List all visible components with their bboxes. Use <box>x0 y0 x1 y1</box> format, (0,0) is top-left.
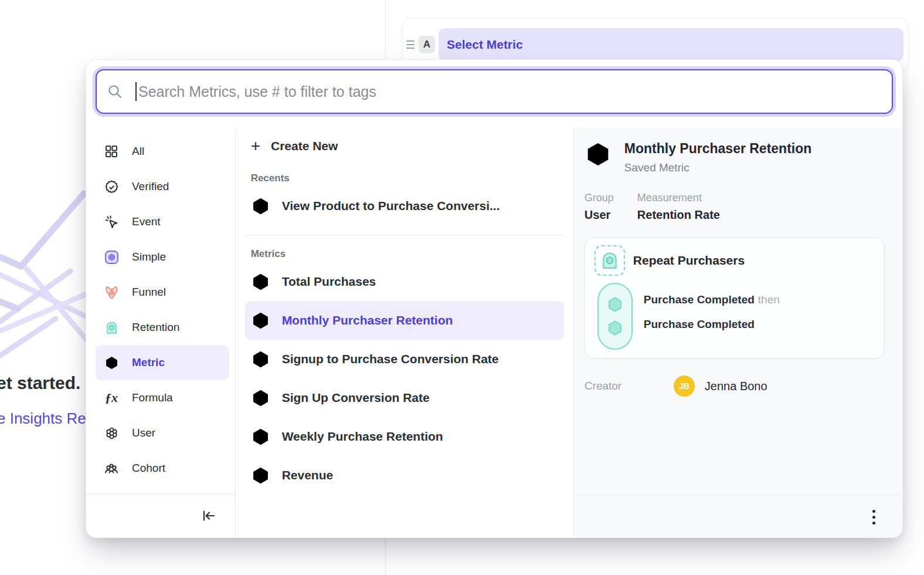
definition-step-1: Purchase Completed <box>644 293 755 306</box>
metrics-section-label: Metrics <box>251 248 564 260</box>
definition-name: Repeat Purchasers <box>633 253 745 268</box>
retention-arch-icon <box>104 320 119 335</box>
simple-metric-icon <box>251 272 270 292</box>
list-item-label: Signup to Purchase Conversion Rate <box>282 352 499 366</box>
list-item-label: Monthly Purchaser Retention <box>282 313 453 327</box>
search-input[interactable] <box>138 83 881 100</box>
sidebar-item-label: User <box>132 427 155 439</box>
background-headline-fragment: et started. <box>0 373 80 393</box>
list-item-metric-5[interactable]: Revenue <box>245 456 564 495</box>
sidebar-item-label: Simple <box>132 251 166 263</box>
creator-label: Creator <box>585 380 674 393</box>
metric-hexagon-icon <box>104 355 119 370</box>
sidebar-item-label: Funnel <box>132 286 166 299</box>
group-label: Group <box>585 192 637 204</box>
definition-card: Repeat Purchasers <box>585 237 885 359</box>
sidebar-item-label: Metric <box>132 356 165 369</box>
funnel-metric-icon <box>251 197 270 216</box>
list-item-metric-3[interactable]: Sign Up Conversion Rate <box>245 378 564 417</box>
sidebar-item-label: Event <box>132 215 161 228</box>
user-cluster-icon <box>104 425 119 441</box>
sidebar-item-formula[interactable]: ƒx Formula <box>96 380 229 415</box>
sidebar-item-cohort[interactable]: Cohort <box>96 451 229 486</box>
saved-metric-icon <box>585 141 612 168</box>
select-metric-label: Select Metric <box>447 38 523 52</box>
event-hexagon-icon <box>606 296 624 313</box>
sidebar-item-metric[interactable]: Metric <box>96 345 229 380</box>
behavior-icon <box>595 245 625 276</box>
chart-decoration-lines <box>0 176 89 364</box>
measurement-label: Measurement <box>637 192 720 204</box>
verified-badge-icon <box>104 179 119 194</box>
type-filter-sidebar: All Verified <box>86 128 236 538</box>
metric-list-column: + Create New Recents View Product to Pur… <box>236 128 574 538</box>
sidebar-footer <box>86 493 235 538</box>
text-caret <box>135 82 137 101</box>
plus-icon: + <box>251 138 260 154</box>
funnel-metric-icon <box>251 350 270 369</box>
list-item-label: Weekly Purchase Retention <box>282 429 443 444</box>
popover-content: All Verified <box>86 128 902 538</box>
list-item-label: Sign Up Conversion Rate <box>282 391 430 405</box>
grid-icon <box>104 144 119 159</box>
sidebar-item-label: Cohort <box>132 462 165 475</box>
sidebar-item-simple[interactable]: Simple <box>96 239 229 275</box>
recents-section-label: Recents <box>251 172 564 184</box>
list-item-label: Revenue <box>282 468 334 482</box>
search-area <box>86 60 902 128</box>
retention-metric-icon <box>251 311 270 330</box>
cohort-people-icon <box>104 461 119 476</box>
definition-step-2: Purchase Completed <box>644 318 755 330</box>
metric-detail-panel: Monthly Purchaser Retention Saved Metric… <box>574 128 902 538</box>
sidebar-item-label: Verified <box>132 180 169 193</box>
detail-subtitle: Saved Metric <box>624 161 811 174</box>
creator-row: Creator JB Jenna Bono <box>585 376 892 397</box>
formula-fx-icon: ƒx <box>104 390 119 405</box>
series-letter-badge: A <box>419 36 435 53</box>
retention-metric-icon <box>251 427 270 447</box>
drag-handle-icon[interactable] <box>406 40 415 49</box>
group-value: User <box>585 208 637 222</box>
list-item-metric-2[interactable]: Signup to Purchase Conversion Rate <box>245 340 564 378</box>
funnel-icon <box>104 285 119 300</box>
sidebar-item-funnel[interactable]: Funnel <box>96 275 229 310</box>
sidebar-item-all[interactable]: All <box>96 134 229 169</box>
creator-name: Jenna Bono <box>705 380 767 393</box>
simple-metric-icon <box>104 249 119 265</box>
detail-meta: Group User Measurement Retention Rate <box>585 192 892 222</box>
detail-footer <box>574 495 902 538</box>
simple-metric-icon <box>251 466 270 485</box>
sidebar-item-label: Retention <box>132 321 179 334</box>
collapse-left-icon[interactable] <box>198 505 220 528</box>
screen: et started. e Insights Re A Select Metri… <box>0 0 924 575</box>
definition-connector: then <box>758 293 780 306</box>
sidebar-item-label: Formula <box>132 391 173 404</box>
background-insights-link[interactable]: e Insights Re <box>0 410 86 428</box>
list-item-metric-1[interactable]: Monthly Purchaser Retention <box>245 301 564 340</box>
event-sequence-capsule <box>597 283 633 350</box>
measurement-value: Retention Rate <box>637 208 720 222</box>
section-divider <box>245 235 564 235</box>
event-hexagon-icon <box>606 319 624 337</box>
search-box[interactable] <box>96 69 893 114</box>
search-icon <box>107 84 123 99</box>
list-item-recent-0[interactable]: View Product to Purchase Conversi... <box>245 187 564 225</box>
list-item-label: View Product to Purchase Conversi... <box>282 199 500 213</box>
list-item-metric-0[interactable]: Total Purchases <box>245 262 564 301</box>
select-metric-popover: All Verified <box>86 59 903 538</box>
create-new-label: Create New <box>271 139 338 153</box>
sidebar-item-verified[interactable]: Verified <box>96 169 229 204</box>
funnel-metric-icon <box>251 388 270 408</box>
sidebar-item-event[interactable]: Event <box>96 204 229 239</box>
sidebar-item-retention[interactable]: Retention <box>96 310 229 345</box>
create-new-button[interactable]: + Create New <box>245 133 564 160</box>
select-metric-button[interactable]: Select Metric <box>439 28 903 61</box>
sidebar-item-label: All <box>132 145 144 158</box>
cursor-click-icon <box>104 214 119 229</box>
kebab-menu-icon[interactable] <box>870 508 878 527</box>
creator-avatar: JB <box>674 376 695 397</box>
list-item-metric-4[interactable]: Weekly Purchase Retention <box>245 417 564 456</box>
sidebar-item-user[interactable]: User <box>96 415 229 451</box>
list-item-label: Total Purchases <box>282 275 376 289</box>
detail-title: Monthly Purchaser Retention <box>624 141 811 157</box>
